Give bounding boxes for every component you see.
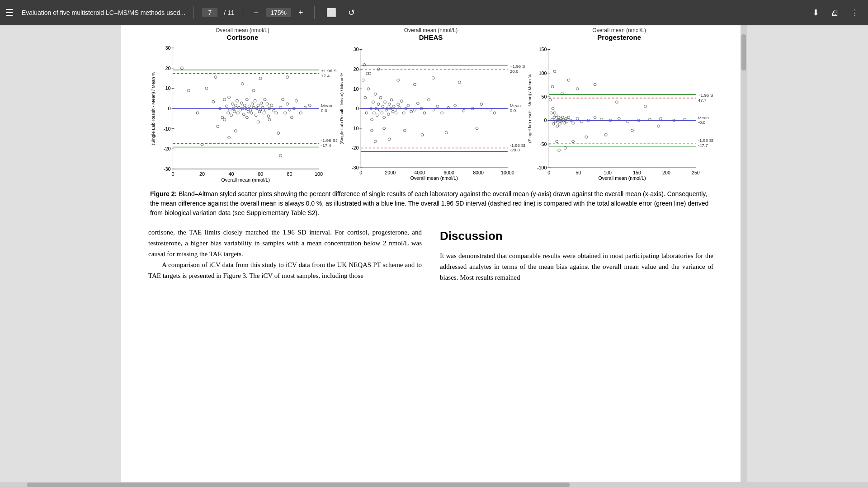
svg-point-153 — [372, 101, 374, 103]
svg-text:50: 50 — [576, 170, 581, 175]
svg-point-66 — [251, 103, 254, 105]
more-options-button[interactable]: ⋮ — [847, 6, 863, 19]
svg-point-292 — [567, 79, 570, 81]
rotate-button[interactable]: ↺ — [344, 6, 359, 19]
svg-text:6000: 6000 — [443, 170, 454, 175]
svg-text:0.0: 0.0 — [321, 108, 327, 113]
svg-point-101 — [228, 136, 231, 139]
svg-point-260 — [560, 117, 562, 120]
svg-point-90 — [288, 108, 291, 111]
svg-point-93 — [295, 99, 297, 102]
svg-point-64 — [249, 108, 252, 111]
svg-point-159 — [378, 108, 381, 111]
svg-point-38 — [212, 100, 215, 103]
scrollbar-thumb[interactable] — [741, 34, 746, 70]
svg-point-155 — [374, 93, 377, 95]
svg-point-175 — [396, 103, 399, 106]
svg-point-279 — [618, 117, 621, 120]
download-button[interactable]: ⬇ — [809, 6, 823, 19]
svg-text:(Single Lab Result - Mean) / M: (Single Lab Result - Mean) / Mean % — [339, 73, 344, 145]
svg-point-104 — [268, 118, 271, 121]
svg-text:30: 30 — [165, 45, 170, 51]
print-button[interactable]: 🖨 — [827, 6, 843, 19]
zoom-input[interactable] — [266, 8, 291, 17]
svg-text:8000: 8000 — [473, 170, 484, 175]
zoom-in-button[interactable]: + — [296, 7, 306, 19]
svg-text:40: 40 — [228, 171, 234, 177]
svg-point-288 — [556, 140, 558, 143]
svg-point-147 — [364, 96, 367, 99]
dheas-chart-title: DHEAS — [337, 33, 525, 41]
svg-text:60: 60 — [258, 171, 263, 177]
svg-point-297 — [605, 134, 608, 136]
svg-point-160 — [379, 96, 382, 99]
svg-text:0: 0 — [356, 106, 359, 111]
svg-point-294 — [576, 88, 579, 90]
svg-point-45 — [228, 96, 231, 99]
svg-text:20: 20 — [165, 66, 170, 71]
body-right-column: Discussion It was demonstrated that comp… — [440, 227, 713, 283]
svg-point-78 — [264, 108, 267, 111]
svg-point-280 — [627, 120, 629, 123]
menu-icon[interactable]: ☰ — [5, 7, 14, 18]
svg-point-185 — [423, 112, 426, 114]
svg-text:-20.0: -20.0 — [509, 147, 520, 152]
svg-point-180 — [407, 104, 410, 107]
svg-point-103 — [259, 77, 262, 80]
svg-point-37 — [205, 87, 208, 89]
svg-point-201 — [382, 127, 385, 130]
horizontal-scrollbar[interactable] — [0, 482, 868, 488]
svg-point-68 — [254, 99, 256, 102]
svg-point-192 — [462, 109, 465, 112]
h-scrollbar-thumb[interactable] — [27, 483, 570, 487]
figure-caption-text: Bland–Altman styled scatter plots showin… — [150, 190, 708, 216]
svg-text:80: 80 — [287, 171, 292, 177]
progesterone-chart-title: Progesterone — [525, 33, 713, 41]
svg-text:(Singel lab result - Mean) / M: (Singel lab result - Mean) / Mean % — [527, 74, 532, 143]
svg-point-203 — [396, 79, 399, 81]
progesterone-chart: 150 100 50 0 -50 -100 0 50 100 1 — [525, 43, 713, 183]
svg-text:0: 0 — [544, 117, 547, 123]
svg-point-74 — [260, 102, 263, 104]
svg-text:-1.96 SD: -1.96 SD — [321, 138, 337, 143]
svg-point-249 — [552, 122, 555, 125]
svg-text:-0.0: -0.0 — [698, 120, 706, 125]
svg-text:Mean: Mean — [321, 103, 332, 108]
svg-point-42 — [223, 98, 226, 101]
top-cutoff-labels: Overall mean (nmol/L) Overall mean (nmol… — [148, 25, 713, 33]
body-left-p1: cortisone, the TAE limits closely matche… — [148, 227, 422, 259]
svg-point-52 — [236, 99, 238, 102]
svg-point-272 — [572, 122, 575, 124]
svg-point-48 — [231, 103, 234, 105]
svg-text:Overall mean (nmol/L): Overall mean (nmol/L) — [410, 175, 458, 181]
svg-point-172 — [392, 105, 395, 108]
svg-point-56 — [240, 102, 243, 104]
svg-point-295 — [585, 136, 588, 138]
svg-text:100: 100 — [604, 170, 612, 175]
svg-point-108 — [245, 116, 248, 119]
svg-text:+1.96 SD: +1.96 SD — [698, 93, 713, 98]
svg-point-299 — [631, 129, 634, 132]
toolbar: ☰ Evaluation of five multisteroid LC‒MS/… — [0, 0, 868, 25]
svg-point-110 — [257, 121, 259, 123]
svg-text:200: 200 — [662, 170, 670, 175]
vertical-scrollbar[interactable] — [741, 25, 747, 488]
svg-point-148 — [365, 112, 368, 114]
svg-point-194 — [480, 103, 483, 106]
zoom-out-button[interactable]: − — [251, 7, 262, 19]
cortisone-chart-title: Cortisone — [148, 33, 337, 41]
svg-point-79 — [266, 103, 269, 105]
body-text-area: cortisone, the TAE limits closely matche… — [148, 227, 713, 283]
svg-point-289 — [558, 149, 561, 151]
dheas-chart-wrapper: DHEAS 30 20 10 0 — [337, 33, 525, 185]
svg-text:20: 20 — [353, 66, 359, 72]
svg-point-191 — [453, 104, 456, 107]
svg-text:0: 0 — [168, 106, 171, 111]
page-number-input[interactable] — [202, 8, 217, 17]
figure-label: Figure 2: — [150, 190, 177, 197]
svg-text:30: 30 — [353, 47, 359, 52]
svg-text:-50: -50 — [540, 141, 547, 147]
svg-point-298 — [616, 101, 618, 103]
svg-point-253 — [555, 114, 557, 117]
fit-page-button[interactable]: ⬜ — [323, 6, 340, 19]
